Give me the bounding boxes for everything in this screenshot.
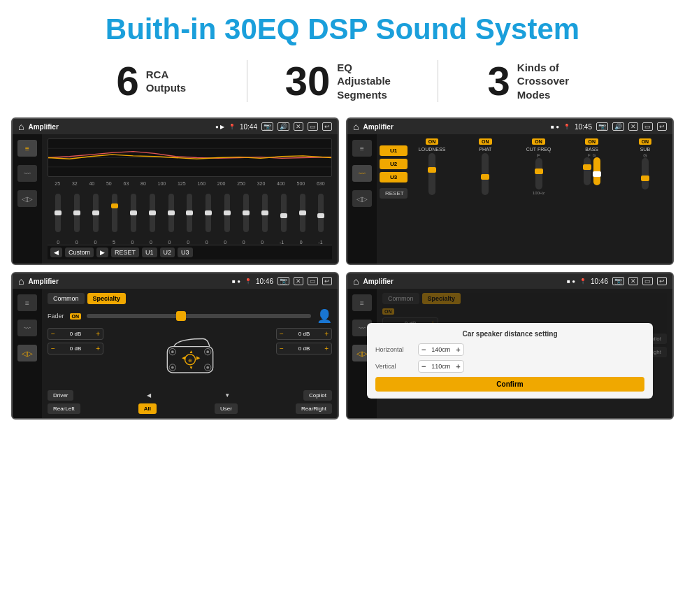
vertical-plus-button[interactable]: +: [456, 362, 460, 371]
eq-custom-button[interactable]: Custom: [65, 248, 94, 257]
fader-tab-common[interactable]: Common: [48, 293, 85, 304]
fader-wave-icon[interactable]: 〰: [17, 320, 37, 336]
eq-u1-button[interactable]: U1: [142, 248, 157, 257]
db-fr-plus[interactable]: +: [324, 330, 329, 338]
bass-gain-slider[interactable]: [593, 157, 600, 185]
eq-slider-5[interactable]: [150, 194, 155, 232]
vertical-minus-button[interactable]: −: [421, 362, 426, 371]
horizontal-minus-button[interactable]: −: [421, 345, 426, 354]
copilot-button[interactable]: Copilot: [303, 390, 332, 401]
freq-63: 63: [123, 181, 129, 186]
horizontal-plus-button[interactable]: +: [456, 345, 460, 354]
eq-slider-14[interactable]: [318, 194, 324, 232]
eq-slider-2[interactable]: [93, 194, 99, 232]
dialog-horizontal-row: Horizontal − 140cm +: [375, 343, 644, 356]
crossover-eq-icon[interactable]: ≡: [352, 140, 372, 157]
eq-slider-13[interactable]: [300, 194, 305, 232]
cutfreq-label: CUT FREQ: [526, 147, 551, 152]
eq-u3-button[interactable]: U3: [178, 248, 193, 257]
user-button[interactable]: User: [215, 403, 238, 414]
fader-slider[interactable]: [87, 314, 311, 318]
preset-u2-button[interactable]: U2: [380, 159, 408, 169]
db-rr-plus[interactable]: +: [324, 345, 329, 352]
eq-slider-4[interactable]: [131, 194, 136, 232]
eq-slider-9[interactable]: [224, 194, 230, 232]
db-control-rl: − 0 dB +: [48, 343, 103, 354]
stat-eq: 30 EQ AdjustableSegments: [247, 61, 438, 102]
crossover-reset-button[interactable]: RESET: [380, 188, 408, 199]
fader-back-icon: ↩: [322, 277, 332, 285]
eq-slider-11[interactable]: [262, 194, 268, 232]
dialog-screen-content: ≡ 〰 ◁▷ Common Specialty ON − 0 dB +: [347, 289, 672, 418]
eq-slider-12[interactable]: [281, 194, 287, 232]
all-button[interactable]: All: [138, 403, 157, 414]
crossover-status-dots: ■ ●: [551, 124, 559, 130]
loudness-slider[interactable]: [428, 153, 435, 195]
page-header: Buith-in 30EQ DSP Sound System: [0, 0, 685, 53]
val-14: -1: [318, 240, 322, 245]
crossover-volume-icon: 🔊: [612, 122, 624, 131]
fader-tab-specialty[interactable]: Specialty: [87, 293, 127, 304]
eq-play-button[interactable]: ▶: [96, 248, 108, 257]
crossover-wave-icon[interactable]: 〰: [352, 165, 372, 182]
phat-label: PHAT: [479, 147, 491, 152]
confirm-button[interactable]: Confirm: [375, 377, 644, 392]
db-rl-minus[interactable]: −: [51, 345, 55, 352]
eq-slider-8[interactable]: [206, 194, 211, 232]
fader-handle[interactable]: [176, 311, 186, 321]
stat-crossover: 3 Kinds ofCrossover Modes: [438, 61, 629, 102]
eq-slider-6[interactable]: [168, 194, 174, 232]
val-3: 5: [113, 240, 115, 245]
driver-button[interactable]: Driver: [48, 390, 73, 401]
eq-u2-button[interactable]: U2: [160, 248, 175, 257]
fader-eq-icon[interactable]: ≡: [17, 294, 37, 311]
sub-slider[interactable]: [642, 158, 649, 189]
eq-slider-7[interactable]: [187, 194, 192, 232]
freq-125: 125: [178, 181, 186, 186]
db-rl-plus[interactable]: +: [96, 345, 100, 352]
eq-status-bar: ⌂ Amplifier ● ▶ 📍 10:44 📷 🔊 ✕ ▭ ↩: [13, 119, 338, 134]
eq-slider-3[interactable]: [112, 194, 117, 232]
fader-status-dots: ■ ●: [232, 278, 240, 285]
eq-reset-button[interactable]: RESET: [111, 248, 139, 257]
rearright-button[interactable]: RearRight: [296, 403, 332, 414]
crossover-speaker-icon[interactable]: ◁▷: [352, 190, 372, 207]
eq-speaker-icon[interactable]: ◁▷: [17, 190, 37, 207]
preset-u3-button[interactable]: U3: [380, 172, 408, 182]
eq-equalizer-icon[interactable]: ≡: [17, 140, 37, 157]
sub-on-badge: ON: [639, 138, 652, 145]
freq-250: 250: [237, 181, 245, 186]
val-6: 0: [168, 240, 171, 245]
preset-u1-button[interactable]: U1: [380, 145, 408, 156]
dialog-overlay: Car speaker distance setting Horizontal …: [347, 289, 672, 418]
eq-slider-10[interactable]: [243, 194, 249, 232]
eq-values: 0 0 0 5 0 0 0 0 0 0 0 0 -1 0 -1: [48, 240, 332, 245]
fader-speaker-icon[interactable]: ◁▷: [17, 345, 37, 361]
eq-wave-icon[interactable]: 〰: [17, 165, 37, 182]
cutfreq-slider[interactable]: [535, 158, 542, 189]
val-1: 0: [75, 240, 78, 245]
bass-freq-slider[interactable]: [584, 157, 591, 185]
eq-left-sidebar: ≡ 〰 ◁▷: [13, 134, 42, 264]
dialog-back-icon: ↩: [657, 277, 667, 285]
stat-eq-label: EQ AdjustableSegments: [337, 61, 400, 102]
sub-label: SUB: [640, 147, 650, 152]
crossover-controls-panel: ON LOUDNESS ON PHAT: [408, 138, 670, 259]
freq-320: 320: [257, 181, 266, 186]
db-rl-value: 0 dB: [57, 345, 94, 352]
eq-slider-0[interactable]: [55, 194, 61, 232]
phat-slider[interactable]: [482, 153, 489, 195]
db-fl-plus[interactable]: +: [96, 330, 100, 338]
eq-prev-button[interactable]: ◀: [50, 248, 62, 257]
val-9: 0: [224, 240, 226, 245]
db-fr-minus[interactable]: −: [280, 330, 284, 338]
left-arrow-icon: ◀: [147, 392, 151, 399]
fader-right-controls: − 0 dB + − 0 dB +: [276, 328, 332, 387]
db-rr-minus[interactable]: −: [280, 345, 284, 352]
fader-screen: ⌂ Amplifier ■ ● 📍 10:46 📷 ✕ ▭ ↩ ≡ 〰 ◁▷ C…: [11, 272, 339, 420]
db-fl-minus[interactable]: −: [51, 330, 55, 338]
eq-graph-svg: [48, 139, 331, 176]
eq-slider-1[interactable]: [74, 194, 80, 232]
fader-bottom-row: Driver ◀ ▼ Copilot: [48, 390, 332, 401]
rearleft-button[interactable]: RearLeft: [48, 403, 80, 414]
